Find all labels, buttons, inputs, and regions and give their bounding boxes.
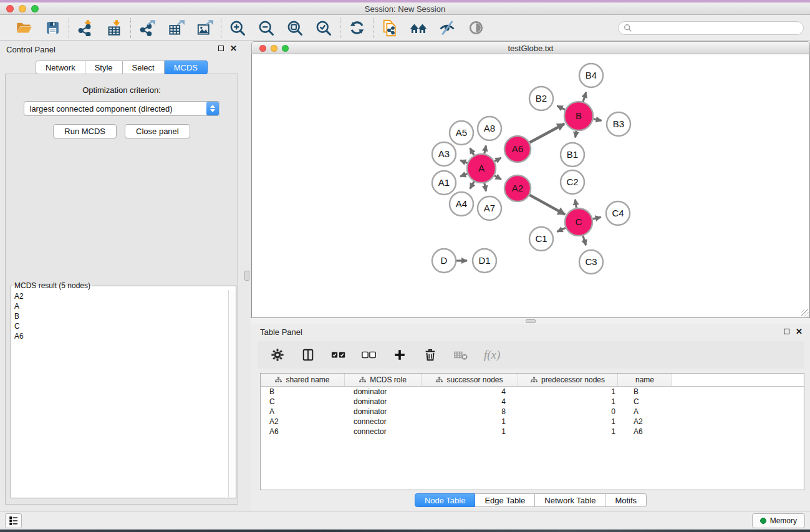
edge-C-C3[interactable] <box>583 236 586 245</box>
open-folder-icon <box>16 19 32 36</box>
minimize-window-button[interactable] <box>19 5 26 12</box>
gear-icon <box>271 348 284 362</box>
delete-column-button[interactable] <box>423 347 438 362</box>
double-house-icon <box>410 20 427 36</box>
delete-table-button[interactable] <box>453 347 468 362</box>
network-minimize-button[interactable] <box>271 45 277 52</box>
tab-style[interactable]: Style <box>85 60 123 74</box>
memory-button[interactable]: Memory <box>752 513 805 528</box>
refresh-button[interactable] <box>348 19 365 37</box>
column-header-MCDS-role[interactable]: MCDS role <box>345 374 422 386</box>
import-table-button[interactable] <box>105 19 123 37</box>
zoom-in-button[interactable] <box>229 19 246 37</box>
table-row[interactable]: A6connector11A6 <box>261 427 804 437</box>
function-builder-button[interactable]: f(x) <box>484 347 500 362</box>
tab-select[interactable]: Select <box>123 60 165 74</box>
import-network-button[interactable] <box>77 19 94 37</box>
edge-C-C1[interactable] <box>557 228 566 231</box>
mcds-result-item[interactable]: B <box>12 311 228 321</box>
export-image-button[interactable] <box>196 19 213 37</box>
run-mcds-button[interactable]: Run MCDS <box>53 124 117 138</box>
open-session-button[interactable] <box>15 19 32 37</box>
table-settings-button[interactable] <box>270 347 285 362</box>
table-columns-button[interactable] <box>301 347 316 362</box>
horizontal-splitter[interactable] <box>251 318 810 324</box>
tab-network-table[interactable]: Network Table <box>535 493 605 507</box>
splitter-handle[interactable] <box>526 319 536 323</box>
close-panel-icon[interactable]: ✕ <box>230 45 237 52</box>
search-input[interactable] <box>636 23 798 32</box>
edge-A-A1[interactable] <box>460 174 468 177</box>
edge-A6-B[interactable] <box>529 123 564 142</box>
edge-B-B1[interactable] <box>576 131 577 138</box>
export-network-button[interactable] <box>138 19 156 37</box>
close-window-button[interactable] <box>6 5 14 12</box>
cell-name: A6 <box>618 427 672 436</box>
table-row[interactable]: Bdominator41B <box>261 387 804 397</box>
zoom-selected-button[interactable] <box>315 19 332 37</box>
edge-B-B2[interactable] <box>557 106 565 110</box>
edge-C-C2[interactable] <box>575 200 576 208</box>
column-header-successor-nodes[interactable]: successor nodes <box>422 374 518 386</box>
float-panel-icon[interactable] <box>784 329 789 334</box>
mcds-result-item[interactable]: A <box>12 301 228 311</box>
optimization-select[interactable]: largest connected component (directed) <box>24 101 220 116</box>
close-panel-button[interactable]: Close panel <box>125 124 190 138</box>
result-scrollbar[interactable] <box>228 290 235 497</box>
splitter-handle[interactable] <box>244 271 249 281</box>
cell-MCDS-role: dominator <box>345 397 422 406</box>
home-button[interactable] <box>410 19 427 37</box>
export-table-button[interactable] <box>167 19 185 37</box>
network-close-button[interactable] <box>259 45 266 52</box>
tab-network[interactable]: Network <box>36 60 85 74</box>
edge-A2-C[interactable] <box>529 195 565 215</box>
float-panel-icon[interactable] <box>218 46 224 51</box>
tab-node-table[interactable]: Node Table <box>415 493 476 507</box>
column-header-shared-name[interactable]: shared name <box>261 374 345 386</box>
select-all-button[interactable] <box>331 347 346 362</box>
mcds-result-item[interactable]: C <box>12 321 228 331</box>
edge-A-A6[interactable] <box>494 158 501 162</box>
search-field[interactable] <box>618 21 804 35</box>
tab-edge-table[interactable]: Edge Table <box>475 493 535 507</box>
edge-A-A5[interactable] <box>470 148 475 155</box>
mcds-result-group: MCDS result (5 nodes) A2ABCA6 <box>11 281 236 498</box>
edge-A-A8[interactable] <box>485 145 486 153</box>
mcds-result-item[interactable]: A6 <box>12 331 228 341</box>
edge-B-B4[interactable] <box>583 92 586 102</box>
node-label-A: A <box>478 163 485 173</box>
tab-motifs[interactable]: Motifs <box>605 493 647 507</box>
zoom-fit-button[interactable] <box>286 19 304 37</box>
network-from-clipboard-button[interactable] <box>381 19 398 37</box>
edge-A-A7[interactable] <box>485 183 486 191</box>
resize-grip[interactable] <box>801 309 809 317</box>
show-all-button[interactable] <box>467 19 485 37</box>
save-session-button[interactable] <box>44 19 61 37</box>
edge-A-A3[interactable] <box>460 160 468 163</box>
deselect-all-button[interactable] <box>362 347 377 362</box>
close-panel-icon[interactable]: ✕ <box>796 328 803 335</box>
zoom-out-button[interactable] <box>258 19 275 37</box>
network-canvas[interactable]: B4B2BB3B1A5A8A6A3AA1A2C2A4A7C4CC1C3DD1 <box>251 54 810 318</box>
table-panel-title: Table Panel <box>260 327 302 337</box>
table-type-tabs: Node TableEdge TableNetwork TableMotifs <box>251 493 810 507</box>
column-header-name[interactable]: name <box>618 374 672 386</box>
add-column-button[interactable] <box>392 347 407 362</box>
table-row[interactable]: Adominator80A <box>261 407 804 417</box>
vertical-splitter[interactable] <box>243 41 251 511</box>
edge-A-A2[interactable] <box>494 176 501 180</box>
network-zoom-button[interactable] <box>282 45 289 52</box>
tab-mcds[interactable]: MCDS <box>165 60 208 74</box>
node-label-C: C <box>576 216 582 227</box>
zoom-window-button[interactable] <box>31 5 39 12</box>
node-label-B2: B2 <box>536 93 547 104</box>
edge-A-A4[interactable] <box>470 181 475 189</box>
edge-C-C4[interactable] <box>593 217 601 219</box>
table-row[interactable]: A2connector11A2 <box>261 417 804 427</box>
mcds-result-item[interactable]: A2 <box>12 291 228 301</box>
edge-B-B3[interactable] <box>594 119 602 121</box>
task-history-button[interactable] <box>5 513 22 528</box>
hide-selected-button[interactable] <box>438 19 456 37</box>
column-header-predecessor-nodes[interactable]: predecessor nodes <box>518 374 618 386</box>
table-row[interactable]: Cdominator41C <box>261 397 804 407</box>
